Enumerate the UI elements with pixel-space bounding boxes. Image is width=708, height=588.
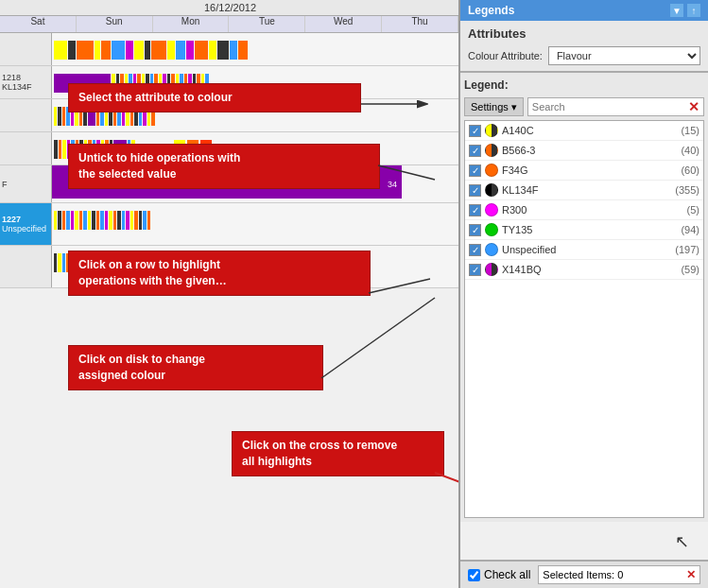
gantt-panel: 16/12/2012 Sat Sun Mon Tue Wed Thu (0, 0, 460, 588)
search-clear-icon[interactable]: ✕ (688, 99, 699, 114)
legend-checkbox-KL134F[interactable]: ✓ (469, 184, 481, 197)
row-bars-2 (52, 66, 458, 99)
legend-checkbox-B566-3[interactable]: ✓ (469, 145, 481, 157)
weekday-sat: Sat (0, 16, 77, 32)
legends-pin-icon[interactable]: ▼ (670, 4, 683, 17)
legend-name-B566-3: B566-3 (502, 145, 677, 156)
row-label-7 (0, 246, 52, 287)
legends-title: Legends (468, 4, 514, 17)
check-all-row: Check all (468, 568, 530, 581)
colour-attr-row: Colour Attribute: Flavour Priority Statu… (468, 46, 700, 65)
gantt-row-7[interactable] (0, 246, 458, 288)
row-bars-purple: 34 (52, 165, 458, 199)
row-label-4 (0, 132, 52, 164)
legends-title-bar: Legends ▼ ↑ (460, 0, 708, 21)
check-all-checkbox[interactable] (468, 569, 480, 581)
legend-name-F34G: F34G (502, 164, 677, 176)
legend-name-R300: R300 (502, 204, 683, 216)
row-label-3 (0, 99, 52, 131)
legend-color-R300[interactable] (485, 203, 498, 216)
gantt-date: 16/12/2012 (0, 0, 460, 16)
legend-items-list: ✓ A140C (15) ✓ B566-3 (40) ✓ F34G (464, 120, 704, 518)
legend-count-X141BQ: (59) (681, 264, 699, 275)
gantt-row-2[interactable]: 1218KL134F (0, 66, 458, 99)
row-label-1218: 1218KL134F (0, 66, 52, 98)
annotation-5: Click on the cross to removeall highligh… (232, 431, 444, 476)
legend-item-Unspecified[interactable]: ✓ Unspecified (197) (465, 240, 703, 260)
selected-items-text: Selected Items: 0 (543, 569, 623, 580)
legend-checkbox-X141BQ[interactable]: ✓ (469, 264, 481, 276)
legend-item-F34G[interactable]: ✓ F34G (60) (465, 161, 703, 181)
colour-attr-select[interactable]: Flavour Priority Status (548, 46, 700, 65)
legend-checkbox-TY135[interactable]: ✓ (469, 224, 481, 236)
legend-section: Legend: Settings ▾ ✕ ✓ A140C (15) ✓ (460, 73, 708, 522)
legend-item-KL134F[interactable]: ✓ KL134F (355) (465, 181, 703, 200)
legend-name-A140C: A140C (502, 125, 677, 136)
legend-count-A140C: (15) (681, 125, 699, 136)
annotation-4: Click on disk to changeassigned colour (68, 345, 323, 390)
legend-title: Legend: (464, 77, 704, 94)
weekday-tue: Tue (229, 16, 305, 32)
settings-button[interactable]: Settings ▾ (464, 97, 524, 116)
legend-item-TY135[interactable]: ✓ TY135 (94) (465, 220, 703, 240)
legend-color-X141BQ[interactable] (485, 263, 498, 276)
selected-items-box: Selected Items: 0 ✕ (538, 565, 700, 584)
row-bars-1 (52, 33, 458, 66)
legend-checkbox-Unspecified[interactable]: ✓ (469, 244, 481, 256)
legend-color-B566-3[interactable] (485, 144, 498, 157)
legend-color-TY135[interactable] (485, 223, 498, 236)
row-label-purple: F (0, 165, 52, 202)
attributes-title: Attributes (468, 26, 700, 41)
legends-float-icon[interactable]: ↑ (687, 4, 700, 17)
legend-item-B566-3[interactable]: ✓ B566-3 (40) (465, 141, 703, 161)
gantt-body: 1218KL134F (0, 33, 458, 288)
row-bars-3 (52, 99, 458, 132)
selected-items-close-icon[interactable]: ✕ (686, 568, 696, 581)
legend-item-A140C[interactable]: ✓ A140C (15) (465, 121, 703, 141)
legend-checkbox-F34G[interactable]: ✓ (469, 164, 481, 177)
weekday-mon: Mon (153, 16, 230, 32)
row-label-1 (0, 33, 52, 65)
legend-checkbox-R300[interactable]: ✓ (469, 204, 481, 216)
legend-count-Unspecified: (197) (675, 244, 699, 255)
legend-name-Unspecified: Unspecified (502, 244, 671, 255)
legends-panel: Legends ▼ ↑ Attributes Colour Attribute:… (460, 0, 708, 588)
weekday-wed: Wed (305, 16, 382, 32)
search-box: ✕ (527, 97, 704, 116)
row-bars-7 (52, 246, 458, 279)
gantt-row-1[interactable] (0, 33, 458, 66)
legend-color-Unspecified[interactable] (485, 243, 498, 256)
row-bars-1227 (52, 203, 458, 236)
legend-name-KL134F: KL134F (502, 184, 671, 196)
gantt-row-3[interactable] (0, 99, 458, 132)
svg-line-3 (321, 298, 435, 378)
legend-checkbox-A140C[interactable]: ✓ (469, 125, 481, 137)
weekday-sun: Sun (77, 16, 153, 32)
legends-bottom: Check all Selected Items: 0 ✕ (460, 560, 708, 588)
legend-item-R300[interactable]: ✓ R300 (5) (465, 200, 703, 220)
gantt-row-4[interactable] (0, 132, 458, 165)
legends-title-icons: ▼ ↑ (670, 4, 700, 17)
gantt-row-1227[interactable]: 1227 Unspecified (0, 203, 458, 246)
legend-count-KL134F: (355) (675, 184, 699, 196)
cursor-icon: ↖ (675, 531, 689, 552)
legend-name-X141BQ: X141BQ (502, 264, 677, 275)
search-input[interactable] (532, 101, 688, 112)
legend-color-F34G[interactable] (485, 164, 498, 177)
weekday-thu: Thu (382, 16, 458, 32)
legend-color-A140C[interactable] (485, 124, 498, 137)
attributes-section: Attributes Colour Attribute: Flavour Pri… (460, 21, 708, 73)
check-all-label: Check all (484, 568, 530, 581)
legend-item-X141BQ[interactable]: ✓ X141BQ (59) (465, 260, 703, 280)
row-bars-4 (52, 132, 458, 165)
legend-color-KL134F[interactable] (485, 183, 498, 197)
gantt-weekdays: Sat Sun Mon Tue Wed Thu (0, 16, 458, 33)
cursor-area: ↖ (460, 522, 708, 560)
colour-attr-label: Colour Attribute: (468, 50, 543, 61)
svg-line-4 (435, 473, 458, 558)
legend-count-F34G: (60) (681, 164, 699, 176)
legend-count-B566-3: (40) (681, 145, 699, 156)
legend-toolbar: Settings ▾ ✕ (464, 97, 704, 116)
legend-name-TY135: TY135 (502, 224, 677, 235)
gantt-row-purple[interactable]: F 34 (0, 165, 458, 203)
